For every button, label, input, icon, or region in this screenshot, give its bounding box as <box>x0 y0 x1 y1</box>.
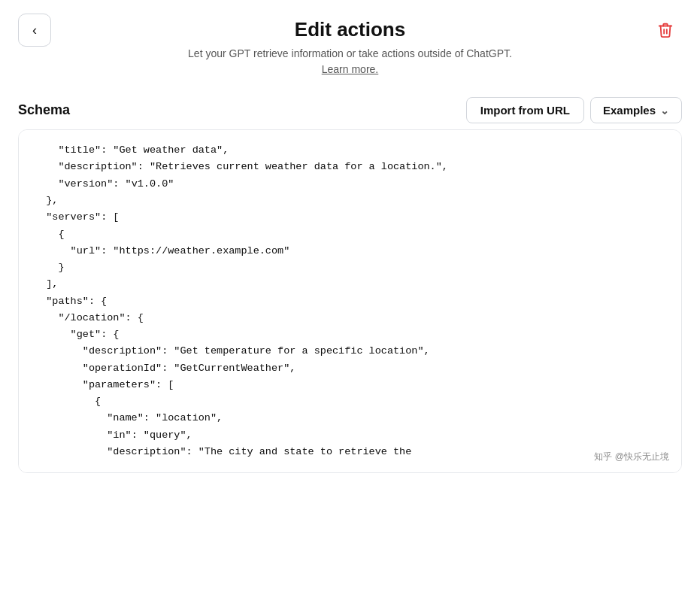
page-container: ‹ Edit actions Let your GPT retrieve inf… <box>0 0 700 604</box>
examples-label: Examples <box>603 104 656 117</box>
subtitle-text-1: Let your GPT retrieve information or tak… <box>188 47 512 59</box>
learn-more-link[interactable]: Learn more. <box>322 63 378 75</box>
back-button[interactable]: ‹ <box>18 14 51 47</box>
schema-actions: Import from URL Examples ⌄ <box>466 97 682 123</box>
schema-toolbar: Schema Import from URL Examples ⌄ <box>18 97 682 123</box>
page-title: Edit actions <box>188 18 512 41</box>
code-content[interactable]: "title": "Get weather data", "descriptio… <box>19 130 681 472</box>
import-url-button[interactable]: Import from URL <box>466 97 584 123</box>
page-subtitle: Let your GPT retrieve information or tak… <box>188 46 512 77</box>
schema-section: Schema Import from URL Examples ⌄ "title… <box>0 97 700 473</box>
examples-button[interactable]: Examples ⌄ <box>590 97 682 123</box>
code-editor: "title": "Get weather data", "descriptio… <box>18 129 682 473</box>
schema-label: Schema <box>18 102 70 118</box>
header-center: Edit actions Let your GPT retrieve infor… <box>188 15 512 77</box>
chevron-down-icon: ⌄ <box>660 105 669 117</box>
trash-icon <box>657 22 674 38</box>
back-icon: ‹ <box>32 23 37 38</box>
header: ‹ Edit actions Let your GPT retrieve inf… <box>0 0 700 90</box>
delete-button[interactable] <box>649 14 682 47</box>
